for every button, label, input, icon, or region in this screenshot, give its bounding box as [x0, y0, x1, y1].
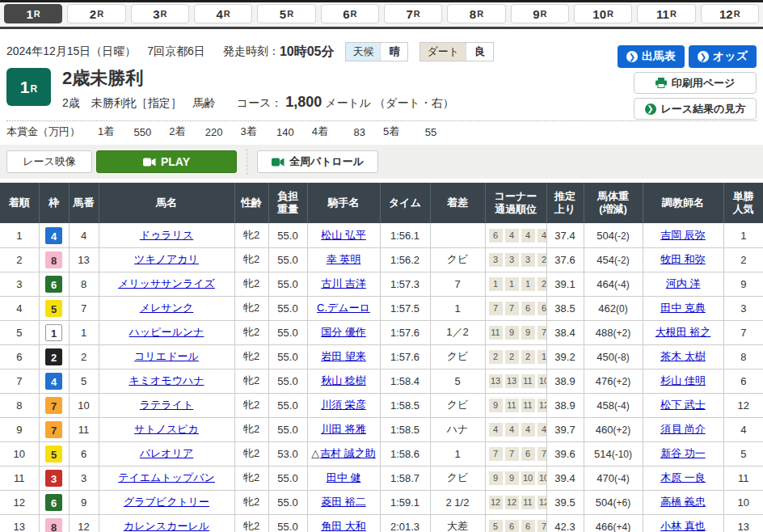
corner-positions: 7766: [485, 296, 546, 320]
jockey-name-link[interactable]: 松山 弘平: [321, 229, 366, 241]
margin: ハナ: [430, 417, 485, 441]
patrol-video-button[interactable]: 全周パトロール: [257, 150, 378, 173]
corner-position-box: 1: [537, 350, 547, 364]
race-video-button[interactable]: レース映像: [6, 150, 92, 173]
odds-button[interactable]: ❯ オッズ: [689, 45, 757, 68]
frame-number-badge: 8: [45, 518, 62, 532]
prize-amount: 550: [114, 126, 151, 138]
horse-name-link[interactable]: グラブビクトリー: [124, 496, 209, 508]
horse-name-link[interactable]: バレオリア: [140, 447, 194, 459]
column-header: コーナー通過順位: [485, 183, 546, 223]
trainer-name-link[interactable]: 吉岡 辰弥: [660, 229, 706, 241]
body-weight: 462(0): [584, 296, 643, 320]
prize-amount: 83: [328, 126, 365, 138]
course-info: コース： 1,800 メートル （ダート・右）: [237, 96, 454, 109]
jockey-name-link[interactable]: 古川 吉洋: [321, 277, 366, 289]
jockey-name-link[interactable]: 菱田 裕二: [321, 496, 366, 508]
corner-position-box: 9: [505, 471, 519, 485]
trainer-name-link[interactable]: 須貝 尚介: [660, 423, 706, 435]
horse-name-link[interactable]: メリッササンライズ: [118, 277, 215, 289]
race-number-suffix: R: [31, 83, 38, 95]
tab-2r[interactable]: 2R: [67, 4, 125, 23]
frame-number-badge: 3: [45, 470, 62, 487]
tab-6r[interactable]: 6R: [321, 4, 379, 23]
trainer-name-link[interactable]: 河内 洋: [666, 277, 701, 289]
trainer-cell: 河内 洋: [643, 272, 723, 296]
jockey-name-link[interactable]: 川田 将雅: [321, 423, 366, 435]
race-conditions-line: 2歳 未勝利牝［指定］ 馬齢 コース： 1,800 メートル （ダート・右）: [62, 94, 454, 111]
horse-name-link[interactable]: ツキノアカリ: [134, 253, 199, 265]
jockey-name-link[interactable]: C.デムーロ: [317, 302, 370, 314]
corner-positions: 5667: [485, 514, 546, 532]
jockey-name-link[interactable]: 岩田 望来: [321, 350, 366, 362]
trainer-name-link[interactable]: 茶木 太樹: [660, 350, 706, 362]
frame-cell: 1: [39, 320, 69, 344]
horse-name-link[interactable]: メレサンク: [140, 302, 194, 314]
corner-position-box: 1: [521, 277, 535, 291]
column-header: 馬名: [99, 183, 234, 223]
jockey-name-link[interactable]: 角田 大和: [321, 520, 366, 532]
jockey-name-link[interactable]: 田中 健: [327, 471, 361, 483]
shutuba-button[interactable]: ❯ 出馬表: [618, 45, 685, 68]
print-page-button[interactable]: 印刷用ページ: [634, 72, 757, 94]
trainer-name-link[interactable]: 小林 真也: [660, 520, 706, 532]
body-weight: 466(+4): [584, 514, 643, 532]
horse-name-link[interactable]: コリエドール: [134, 350, 199, 362]
frame-cell: 4: [39, 369, 69, 393]
trainer-name-link[interactable]: 杉山 佳明: [660, 374, 706, 386]
blue-button-row: ❯ 出馬表 ❯ オッズ: [618, 45, 757, 68]
jockey-name-link[interactable]: 国分 優作: [321, 326, 366, 338]
jockey-cell: 幸 英明: [307, 247, 380, 272]
jockey-cell: 松山 弘平: [307, 223, 380, 247]
tab-10r[interactable]: 10R: [574, 4, 632, 23]
body-weight-change: (-4): [614, 473, 630, 484]
result-guide-button[interactable]: ❯ レース結果の見方: [634, 98, 757, 120]
horse-name-link[interactable]: キミオモウハナ: [129, 374, 204, 386]
tab-7r[interactable]: 7R: [384, 4, 442, 23]
carried-weight: 55.0: [268, 369, 307, 393]
trainer-name-link[interactable]: 新谷 功一: [660, 447, 706, 459]
sex-age: 牝2: [234, 223, 268, 247]
corner-positions: 13131110: [485, 369, 546, 393]
win-popularity: 3: [723, 296, 763, 320]
corner-position-box: 7: [489, 302, 503, 315]
tab-8r[interactable]: 8R: [447, 4, 505, 23]
tab-3r[interactable]: 3R: [131, 4, 189, 23]
trainer-name-link[interactable]: 大根田 裕之: [656, 326, 711, 338]
tab-4r[interactable]: 4R: [194, 4, 252, 23]
trainer-name-link[interactable]: 牧田 和弥: [660, 253, 706, 265]
horse-name-link[interactable]: ラテライト: [140, 399, 194, 411]
body-weight-change: (+2): [613, 327, 631, 339]
finish-time: 1:58.7: [380, 466, 430, 490]
tab-5r[interactable]: 5R: [257, 4, 315, 23]
tab-12r[interactable]: 12R: [701, 4, 759, 23]
jockey-cell: 角田 大和: [307, 514, 380, 532]
jockey-name-link[interactable]: 川須 栄彦: [321, 399, 366, 411]
corner-positions: 2221: [485, 344, 546, 369]
prize-amount: 220: [185, 126, 222, 138]
finish-position: 1: [0, 223, 39, 247]
trainer-name-link[interactable]: 田中 克典: [660, 302, 706, 314]
jockey-name-link[interactable]: 吉村 誠之助: [320, 447, 376, 459]
horse-name-link[interactable]: ハッピールンナ: [129, 326, 204, 338]
corner-positions: 991010: [485, 466, 546, 490]
horse-name-link[interactable]: テイエムトップバン: [118, 471, 215, 483]
play-button[interactable]: PLAY: [96, 150, 237, 173]
tab-11r[interactable]: 11R: [637, 4, 695, 23]
trainer-cell: 茶木 太樹: [643, 344, 723, 369]
corner-position-box: 10: [521, 471, 535, 485]
jockey-name-link[interactable]: 秋山 稔樹: [321, 374, 366, 386]
jockey-name-link[interactable]: 幸 英明: [327, 253, 361, 265]
horse-name-link[interactable]: サトノスピカ: [134, 423, 199, 435]
corner-position-box: 9: [489, 399, 503, 412]
horse-name-link[interactable]: ドゥラリス: [140, 229, 194, 241]
horse-name-link[interactable]: カレンスカーレル: [124, 520, 209, 532]
tab-1r[interactable]: 1R: [4, 4, 62, 23]
win-popularity: 13: [723, 514, 763, 532]
trainer-name-link[interactable]: 高橋 義忠: [660, 496, 706, 508]
track-condition-badge: ダート 良: [419, 42, 494, 61]
tab-9r[interactable]: 9R: [511, 4, 569, 23]
corner-positions: 7767: [485, 441, 546, 466]
trainer-name-link[interactable]: 松下 武士: [660, 399, 706, 411]
trainer-name-link[interactable]: 木原 一良: [660, 471, 706, 483]
